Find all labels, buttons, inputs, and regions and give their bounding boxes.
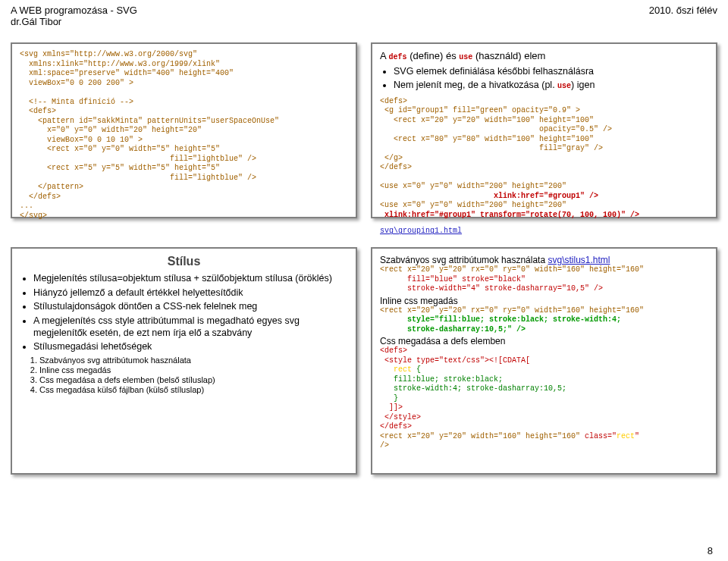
bullet: Hiányzó jellemző a default értékkel hely… <box>33 287 348 299</box>
label-inline-css: Inline css megadás <box>380 296 708 306</box>
box-stilus-code: Szabványos svg attribútumok használata s… <box>371 247 717 475</box>
link-grouping1[interactable]: svg\grouping1.html <box>380 227 462 235</box>
kw-use: use <box>459 53 472 61</box>
kw-defs: defs <box>389 53 407 61</box>
label-defs-css: Css megadása a defs elemben <box>380 336 708 346</box>
stilus-bullets: Megjelenítés stílusa=objektum stílusa + … <box>33 273 348 353</box>
t: A <box>380 50 389 61</box>
t: Nem jelenít meg, de a hivatkozása (pl. <box>394 80 557 90</box>
link-stilus1[interactable]: svg\stilus1.html <box>548 255 610 265</box>
row-top: <svg xmlns="http://www.w3.org/2000/svg" … <box>0 39 728 221</box>
bullet: Stílustulajdonságok döntően a CSS-nek fe… <box>33 301 348 313</box>
defs-use-bullets: SVG elemek definiálása későbbi felhaszná… <box>394 66 708 92</box>
num-item: Css megadása a defs elemben (belső stílu… <box>39 375 348 384</box>
t: (define) és <box>407 50 460 61</box>
t: (használd) elem <box>472 50 545 61</box>
page-header: A WEB programozása - SVG dr.Gál Tibor 20… <box>0 0 728 29</box>
code-inline-css: <rect x="20" y="20" rx="0" ry="0" width=… <box>380 306 708 335</box>
num-item: Css megadása külső fájlban (külső stílus… <box>39 385 348 394</box>
t: ) igen <box>571 80 595 90</box>
doc-title: A WEB programozása - SVG <box>11 5 137 16</box>
bullet: A megjelenítés css style attribútummal i… <box>33 315 348 339</box>
page-number: 8 <box>708 545 713 556</box>
doc-author: dr.Gál Tibor <box>11 16 137 27</box>
box-stilus: Stílus Megjelenítés stílusa=objektum stí… <box>11 247 357 475</box>
bullet: Stílusmegadási lehetőségek <box>33 341 348 353</box>
bullet: SVG elemek definiálása későbbi felhaszná… <box>394 66 708 78</box>
bullet: Nem jelenít meg, de a hivatkozása (pl. u… <box>394 80 708 92</box>
t: Szabványos svg attribútumok használata <box>380 255 548 265</box>
code-attr-rect: <rect x="20" y="20" rx="0" ry="0" width=… <box>380 265 708 294</box>
code-pattern: <svg xmlns="http://www.w3.org/2000/svg" … <box>20 50 348 221</box>
header-right: 2010. őszi félév <box>649 5 717 27</box>
num-item: Inline css megadás <box>39 365 348 375</box>
header-left: A WEB programozása - SVG dr.Gál Tibor <box>11 5 137 27</box>
defs-use-heading: A defs (define) és use (használd) elem <box>380 50 708 63</box>
kw: use <box>557 82 571 90</box>
row-bottom: Stílus Megjelenítés stílusa=objektum stí… <box>0 244 728 478</box>
code-defs-use: <defs> <g id="group1" fill="green" opaci… <box>380 97 708 221</box>
t: Stílus <box>168 255 201 268</box>
line: Szabványos svg attribútumok használata s… <box>380 255 708 265</box>
num-item: Szabványos svg attribútumok használata <box>39 356 348 365</box>
t: SVG elemek definiálása későbbi felhaszná… <box>394 66 594 77</box>
doc-semester: 2010. őszi félév <box>649 5 717 16</box>
stilus-numbered: Szabványos svg attribútumok használata I… <box>39 356 348 394</box>
box-svg-pattern-code: <svg xmlns="http://www.w3.org/2000/svg" … <box>11 42 357 218</box>
box-defs-use: A defs (define) és use (használd) elem S… <box>371 42 717 218</box>
stilus-title: Stílus <box>20 255 348 268</box>
code-defs-css: <defs> <style type="text/css"><![CDATA[ … <box>380 346 708 451</box>
bullet: Megjelenítés stílusa=objektum stílusa + … <box>33 273 348 285</box>
